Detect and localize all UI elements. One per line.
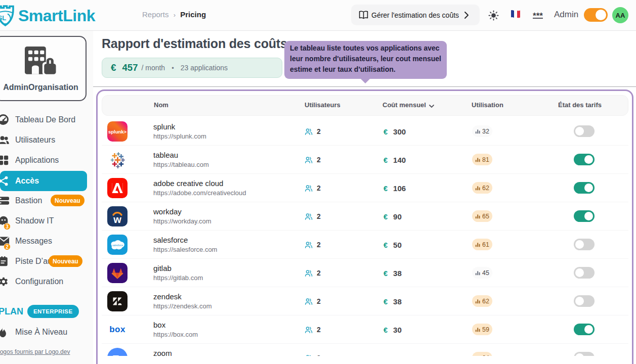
svg-text:w: w (113, 214, 121, 225)
svg-text:SL: SL (0, 14, 6, 22)
svg-text:salesforce: salesforce (112, 244, 123, 247)
